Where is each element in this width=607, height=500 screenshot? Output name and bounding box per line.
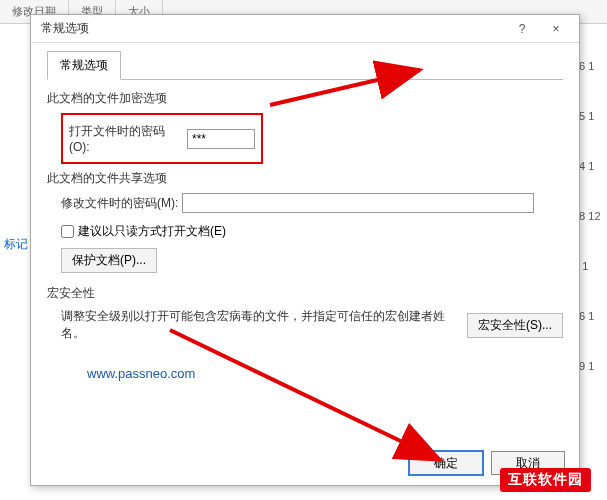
titlebar: 常规选项 ? × — [31, 15, 579, 43]
modify-password-input[interactable] — [182, 193, 534, 213]
passneo-link[interactable]: www.passneo.com — [87, 366, 563, 381]
watermark-badge: 互联软件园 — [500, 468, 591, 492]
encrypt-section-label: 此文档的文件加密选项 — [47, 90, 563, 107]
open-password-input[interactable] — [187, 129, 255, 149]
bg-tag-label: 标记 — [4, 236, 28, 253]
readonly-label: 建议以只读方式打开文档(E) — [78, 223, 226, 240]
dialog-title: 常规选项 — [41, 20, 89, 37]
macro-section-label: 宏安全性 — [47, 285, 563, 302]
close-button[interactable]: × — [539, 17, 573, 41]
modify-password-label: 修改文件时的密码(M): — [61, 195, 178, 212]
macro-security-button[interactable]: 宏安全性(S)... — [467, 313, 563, 338]
open-password-label: 打开文件时的密码(O): — [69, 123, 183, 154]
highlight-open-password: 打开文件时的密码(O): — [61, 113, 263, 164]
tab-general[interactable]: 常规选项 — [47, 51, 121, 80]
general-options-dialog: 常规选项 ? × 常规选项 此文档的文件加密选项 打开文件时的密码(O): 此文… — [30, 14, 580, 486]
help-button[interactable]: ? — [505, 17, 539, 41]
macro-description: 调整安全级别以打开可能包含宏病毒的文件，并指定可信任的宏创建者姓名。 — [61, 308, 467, 342]
tab-strip: 常规选项 — [47, 51, 563, 80]
readonly-checkbox[interactable] — [61, 225, 74, 238]
share-section-label: 此文档的文件共享选项 — [47, 170, 563, 187]
protect-document-button[interactable]: 保护文档(P)... — [61, 248, 157, 273]
ok-button[interactable]: 确定 — [409, 451, 483, 475]
